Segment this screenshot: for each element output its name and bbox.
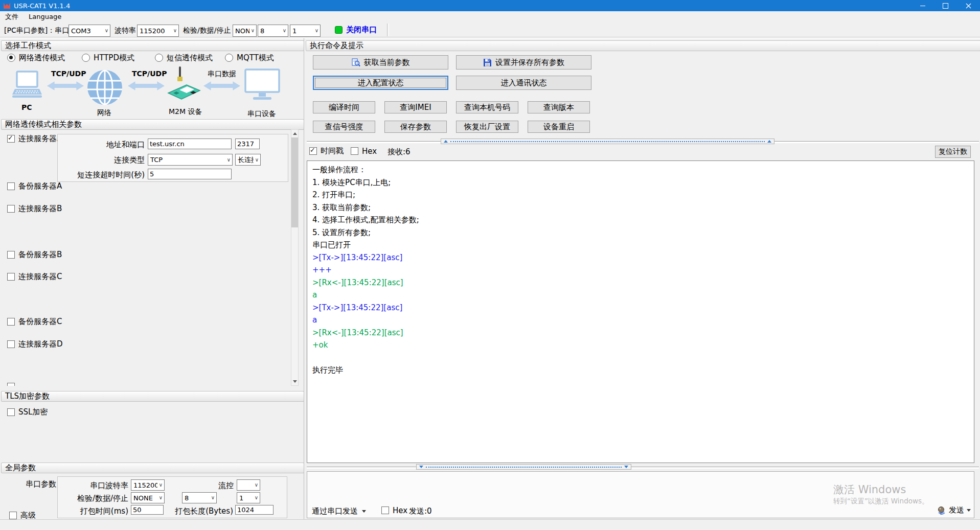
scroll-up-icon[interactable]	[291, 130, 298, 137]
port-open-indicator	[335, 26, 343, 34]
pack-len-input[interactable]	[235, 505, 274, 515]
radio-httpd[interactable]: HTTPD模式	[82, 53, 134, 62]
log-line: 5. 设置所有参数;	[312, 226, 969, 239]
checkbox-icon	[309, 147, 317, 155]
timeout-input[interactable]	[148, 169, 232, 179]
close-button[interactable]	[957, 0, 980, 11]
log-area[interactable]: 一般操作流程：1. 模块连PC串口,上电;2. 打开串口;3. 获取当前参数;4…	[307, 160, 974, 463]
maximize-button[interactable]	[934, 0, 957, 11]
keepalive-select[interactable]: 长连接∨	[235, 154, 261, 166]
server-list-scrollbar[interactable]	[291, 129, 299, 386]
enter-comm-state-button[interactable]: 进入通讯状态	[456, 76, 591, 90]
global-serial-panel: 串口波特率 115200∨ 流控 ∨ 检验/数据/停止 NONE∨ 8∨ 1∨ …	[57, 476, 287, 518]
chevron-down-icon: ∨	[253, 482, 260, 488]
net-params-header: 网络透传模式相关参数	[1, 119, 304, 130]
checkbox-hex-send[interactable]: Hex	[381, 506, 407, 515]
recv-counter: 接收:6	[388, 147, 411, 157]
log-line: 一般操作流程：	[312, 164, 969, 176]
radio-net-transparent[interactable]: 网络透传模式	[7, 53, 65, 62]
set-save-params-button[interactable]: 设置并保存所有参数	[456, 55, 591, 70]
send-via-serial-dropdown[interactable]: 通过串口发送	[312, 506, 366, 516]
pc-label: PC	[21, 103, 32, 111]
checkbox-backup-c[interactable]: 备份服务器C	[7, 317, 62, 326]
splitter-handle[interactable]	[416, 464, 631, 470]
command-panel-header: 执行命令及提示	[306, 40, 980, 51]
log-line: >[Rx<-][13:45:22][asc]	[312, 276, 969, 289]
server-a-panel: 地址和端口 连接类型 TCP∨ 长连接∨ 短连接超时时间(秒)	[57, 134, 288, 182]
baud-select[interactable]: 115200∨	[137, 25, 179, 37]
databits-select[interactable]: 8∨	[258, 25, 288, 37]
checkbox-backup-b[interactable]: 备份服务器B	[7, 250, 62, 259]
title-bar: USR-CAT1 V1.1.4	[0, 0, 980, 11]
scroll-down-icon[interactable]	[291, 378, 298, 385]
status-strip	[0, 519, 980, 530]
chevron-down-icon: ∨	[210, 495, 216, 500]
splitter-handle[interactable]	[441, 139, 774, 144]
maximize-icon	[943, 3, 948, 9]
panel-divider	[304, 38, 304, 519]
log-line: >[Tx->][13:45:22][asc]	[312, 302, 969, 314]
query-version-button[interactable]: 查询版本	[528, 101, 590, 113]
chevron-down-icon: ∨	[103, 28, 110, 33]
g-databits-select[interactable]: 8∨	[182, 492, 217, 503]
pc-laptop-icon	[11, 71, 43, 104]
chevron-down-icon	[362, 510, 366, 513]
radio-sms[interactable]: 短信透传模式	[155, 53, 213, 62]
compile-time-button[interactable]: 编译时间	[313, 101, 375, 113]
query-number-button[interactable]: 查询本机号码	[456, 101, 518, 113]
pack-time-label: 打包时间(ms)	[62, 506, 128, 516]
device-restart-button[interactable]: 设备重启	[528, 121, 590, 133]
factory-reset-button[interactable]: 恢复出厂设置	[456, 121, 518, 133]
flow-select[interactable]: ∨	[237, 479, 260, 491]
collapse-down-icon	[624, 466, 628, 468]
search-document-icon	[352, 58, 360, 67]
chevron-down-icon: ∨	[157, 495, 164, 500]
checkbox-server-d[interactable]: 连接服务器D	[7, 340, 63, 349]
save-params-button[interactable]: 保存参数	[384, 121, 447, 133]
collapse-up-icon	[767, 140, 771, 143]
checkbox-icon	[7, 408, 15, 416]
conn-type-select[interactable]: TCP∨	[148, 154, 233, 166]
server-a-port-input[interactable]	[235, 139, 260, 149]
radio-mqtt[interactable]: MQTT模式	[225, 53, 274, 62]
stopbits-select[interactable]: 1∨	[290, 25, 321, 37]
log-line: 4. 选择工作模式,配置相关参数;	[312, 214, 969, 226]
scrollbar-thumb[interactable]	[291, 137, 298, 227]
checkbox-advanced[interactable]: 高级	[9, 511, 36, 520]
activate-windows-watermark-sub: 转到“设置”以激活 Windows。	[833, 497, 929, 506]
checkbox-hex-recv[interactable]: Hex	[351, 147, 377, 155]
g-parity-label: 检验/数据/停止	[62, 494, 128, 503]
menu-item-file[interactable]: 文件	[0, 11, 24, 22]
enter-config-state-button[interactable]: 进入配置状态	[313, 76, 448, 90]
parity-select[interactable]: NONI∨	[233, 25, 257, 37]
com-port-select[interactable]: COM3∨	[69, 25, 110, 37]
g-parity-select[interactable]: NONE∨	[131, 492, 165, 503]
server-a-address-input[interactable]	[148, 139, 232, 149]
signal-strength-button[interactable]: 查信号强度	[313, 121, 375, 133]
checkbox-server-c[interactable]: 连接服务器C	[7, 272, 62, 281]
reset-counter-button[interactable]: 复位计数	[935, 146, 971, 158]
baud-label: 波特率	[115, 26, 136, 35]
send-icon	[937, 506, 946, 515]
checkbox-ssl[interactable]: SSL加密	[7, 408, 48, 417]
send-button[interactable]: 发送	[937, 505, 971, 515]
radio-icon	[82, 54, 90, 62]
close-port-button[interactable]: 关闭串口	[346, 25, 377, 35]
menu-item-language[interactable]: Language	[24, 11, 66, 22]
checkbox-server-b[interactable]: 连接服务器B	[7, 204, 62, 213]
serial-device-label: 串口设备	[247, 109, 276, 119]
minimize-button[interactable]	[911, 0, 934, 11]
arrow-icon	[47, 81, 84, 93]
network-label: 网络	[97, 108, 111, 118]
link3-label: 串口数据	[208, 70, 236, 79]
query-imei-button[interactable]: 查询IMEI	[384, 101, 447, 113]
checkbox-icon	[9, 512, 17, 519]
get-params-button[interactable]: 获取当前参数	[313, 55, 448, 70]
chevron-down-icon: ∨	[254, 157, 260, 163]
checkbox-server-a[interactable]: 连接服务器A	[7, 134, 62, 143]
addr-port-label: 地址和端口	[62, 140, 145, 150]
checkbox-backup-a[interactable]: 备份服务器A	[7, 182, 62, 191]
checkbox-timestamp[interactable]: 时间戳	[309, 147, 344, 155]
g-stopbits-select[interactable]: 1∨	[237, 492, 260, 503]
link1-label: TCP/UDP	[51, 70, 86, 78]
